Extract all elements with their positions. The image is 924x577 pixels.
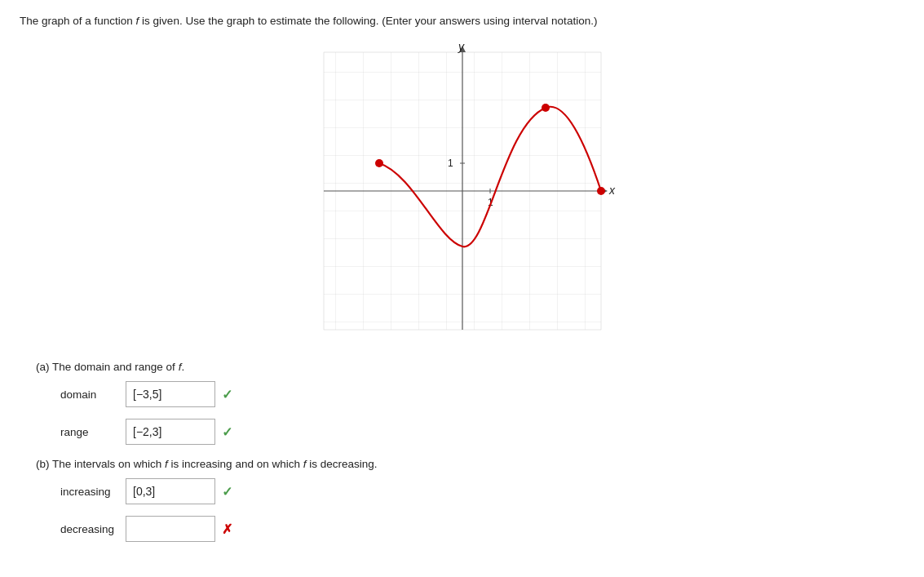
sections-area: (a) The domain and range of f. domain ✓ …	[20, 361, 904, 542]
domain-check-icon: ✓	[222, 387, 232, 402]
point-left	[375, 159, 383, 167]
range-input[interactable]	[126, 419, 215, 445]
decreasing-row: decreasing ✗	[60, 516, 904, 542]
increasing-check-icon: ✓	[222, 484, 232, 499]
domain-input[interactable]	[126, 381, 215, 407]
range-row: range ✓	[60, 419, 904, 445]
problem-statement: The graph of a function f is given. Use …	[20, 13, 904, 29]
graph-area: x y 1 1	[20, 44, 904, 346]
graph-wrapper: x y 1 1	[307, 44, 617, 346]
range-check-icon: ✓	[222, 424, 232, 440]
point-max	[542, 104, 550, 112]
domain-row: domain ✓	[60, 381, 904, 407]
y-tick-1-label: 1	[448, 158, 453, 169]
increasing-label: increasing	[60, 486, 126, 498]
page-container: The graph of a function f is given. Use …	[0, 0, 924, 577]
increasing-row: increasing ✓	[60, 478, 904, 504]
function-graph: x y 1 1	[307, 44, 617, 346]
decreasing-cross-icon: ✗	[222, 522, 232, 537]
domain-label: domain	[60, 388, 126, 401]
decreasing-input[interactable]	[126, 516, 215, 542]
x-axis-label: x	[608, 184, 616, 197]
point-right	[597, 187, 605, 195]
increasing-input[interactable]	[126, 478, 215, 504]
y-axis-label: y	[458, 44, 465, 53]
part-a-label: (a) The domain and range of f.	[36, 361, 904, 373]
part-b-label: (b) The intervals on which f is increasi…	[36, 458, 904, 470]
decreasing-label: decreasing	[60, 523, 126, 535]
range-label: range	[60, 426, 126, 438]
